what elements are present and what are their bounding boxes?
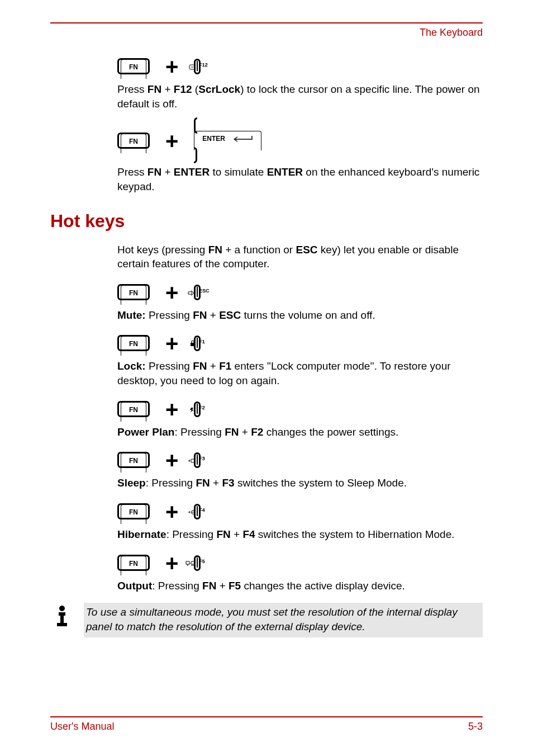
t: + bbox=[239, 426, 251, 438]
key-f3: F3 bbox=[194, 452, 201, 468]
footer-right: 5-3 bbox=[468, 721, 483, 733]
key-f5-label: F5 bbox=[199, 559, 205, 564]
plus-icon: + bbox=[165, 281, 178, 304]
t: turns the volume on and off. bbox=[241, 309, 375, 321]
keyrow-fn-f4: FN + F4 bbox=[117, 500, 483, 523]
t: F4 bbox=[242, 528, 255, 540]
svg-rect-5 bbox=[191, 459, 195, 462]
key-fn-label: FN bbox=[121, 556, 146, 575]
enter-arrow-icon bbox=[231, 135, 253, 143]
svg-rect-12 bbox=[191, 561, 195, 564]
t: ESC bbox=[219, 309, 241, 321]
t: Power Plan bbox=[117, 426, 174, 438]
key-f5: F5 bbox=[194, 555, 201, 571]
plus-icon: + bbox=[165, 130, 178, 152]
footer-left: User's Manual bbox=[50, 721, 114, 733]
t: changes the power settings. bbox=[263, 426, 398, 438]
t: + bbox=[161, 83, 174, 95]
key-fn-label: FN bbox=[121, 285, 146, 305]
keyrow-fn-enter: FN + ENTER bbox=[117, 121, 483, 160]
t: FN bbox=[208, 244, 222, 256]
t: : Pressing bbox=[152, 580, 202, 592]
plus-icon: + bbox=[165, 500, 178, 523]
key-f3-label: F3 bbox=[199, 456, 205, 461]
para-lock: Lock: Pressing FN + F1 enters ''Lock com… bbox=[117, 359, 483, 388]
t: FN bbox=[147, 166, 161, 178]
content-body: FN + F12 Press FN + F12 (ScrLock) to loc… bbox=[117, 55, 483, 637]
lock-icon bbox=[190, 340, 196, 347]
keyrow-fn-f1: FN + F1 bbox=[117, 332, 483, 355]
key-esc: ESC bbox=[194, 285, 201, 300]
t: Hibernate bbox=[117, 528, 166, 540]
t: + bbox=[216, 580, 229, 592]
key-esc-label: ESC bbox=[199, 288, 210, 294]
power-icon bbox=[189, 407, 196, 413]
key-fn: FN bbox=[117, 455, 150, 465]
t: ENTER bbox=[174, 166, 210, 178]
key-fn: FN bbox=[117, 136, 150, 146]
key-fn: FN bbox=[117, 404, 150, 414]
t: FN bbox=[147, 83, 161, 95]
t: ( bbox=[192, 83, 199, 95]
keyrow-fn-f12: FN + F12 bbox=[117, 55, 483, 78]
para-mute: Mute: Pressing FN + ESC turns the volume… bbox=[117, 308, 483, 323]
t: + bbox=[207, 360, 220, 372]
t: + bbox=[231, 528, 243, 540]
para-hibernate: Hibernate: Pressing FN + F4 switches the… bbox=[117, 527, 483, 542]
para-output: Output: Pressing FN + F5 changes the act… bbox=[117, 579, 483, 593]
page: The Keyboard FN + F12 Press FN + F12 (Sc… bbox=[0, 0, 533, 756]
keyrow-fn-esc: FN + ESC bbox=[117, 281, 483, 304]
key-f1-label: F1 bbox=[199, 339, 205, 344]
t: switches the system to Hibernation Mode. bbox=[255, 528, 455, 540]
key-fn-label: FN bbox=[121, 504, 146, 524]
t: ScrLock bbox=[198, 83, 240, 95]
t: Lock: bbox=[117, 360, 146, 372]
t: : Pressing bbox=[166, 528, 217, 540]
t: Output bbox=[117, 580, 152, 592]
t: FN bbox=[196, 477, 210, 489]
t: F5 bbox=[229, 580, 241, 592]
scrlock-icon bbox=[189, 64, 196, 70]
plus-icon: + bbox=[165, 398, 178, 420]
t: ESC bbox=[296, 244, 317, 256]
t: Press bbox=[117, 83, 147, 95]
t: + bbox=[210, 477, 222, 489]
t: FN bbox=[193, 309, 207, 321]
t: FN bbox=[202, 580, 216, 592]
footer: User's Manual 5-3 bbox=[50, 716, 483, 733]
t: FN bbox=[216, 528, 230, 540]
key-fn-label: FN bbox=[121, 134, 146, 153]
t: : Pressing bbox=[174, 426, 225, 438]
key-fn-label: FN bbox=[121, 453, 146, 472]
svg-rect-17 bbox=[57, 623, 67, 626]
t: Sleep bbox=[117, 477, 146, 489]
header-right: The Keyboard bbox=[50, 27, 483, 39]
key-f2: F2 bbox=[194, 401, 201, 417]
key-f1: F1 bbox=[194, 336, 201, 351]
hibernate-icon bbox=[188, 509, 196, 515]
footer-rule bbox=[50, 716, 483, 717]
t: ENTER bbox=[267, 166, 303, 178]
t: F3 bbox=[222, 477, 234, 489]
svg-point-14 bbox=[59, 606, 65, 611]
para-f12: Press FN + F12 (ScrLock) to lock the cur… bbox=[117, 82, 483, 111]
svg-rect-4 bbox=[191, 343, 195, 346]
svg-rect-8 bbox=[186, 561, 189, 564]
t: changes the active display device. bbox=[241, 580, 405, 592]
note-text: To use a simultaneous mode, you must set… bbox=[84, 603, 483, 637]
keyrow-fn-f3: FN + F3 bbox=[117, 449, 483, 471]
t: switches the system to Sleep Mode. bbox=[235, 477, 407, 489]
key-fn: FN bbox=[117, 507, 150, 517]
t: F1 bbox=[219, 360, 231, 372]
key-fn: FN bbox=[117, 287, 150, 297]
key-f12-label: F12 bbox=[199, 62, 208, 68]
section-title: Hot keys bbox=[50, 211, 483, 231]
key-fn: FN bbox=[117, 338, 150, 348]
para-intro: Hot keys (pressing FN + a function or ES… bbox=[117, 243, 483, 271]
info-icon bbox=[50, 604, 74, 627]
t: FN bbox=[193, 360, 207, 372]
header-rule bbox=[50, 22, 483, 23]
svg-rect-16 bbox=[60, 612, 64, 625]
key-f4: F4 bbox=[194, 504, 201, 519]
key-enter-label: ENTER bbox=[202, 135, 225, 142]
